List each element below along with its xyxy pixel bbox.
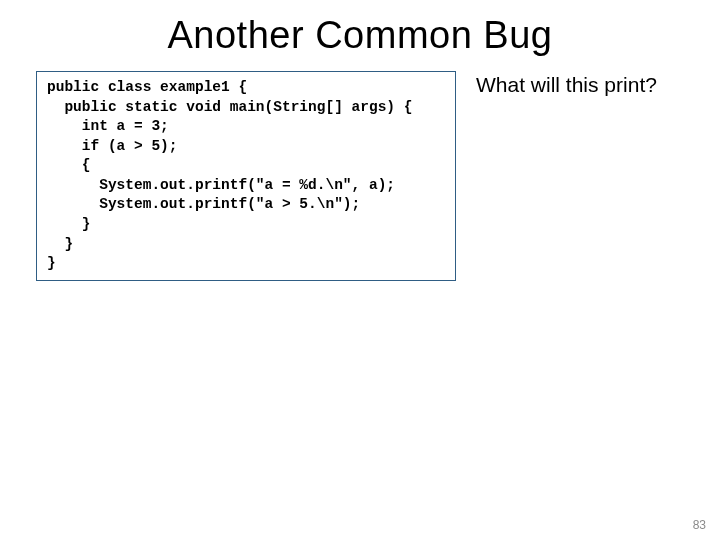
code-line: } [47, 255, 56, 271]
code-line: if (a > 5); [47, 138, 178, 154]
code-line: public static void main(String[] args) { [47, 99, 412, 115]
slide-title: Another Common Bug [0, 0, 720, 57]
code-block: public class example1 { public static vo… [36, 71, 456, 281]
code-line: { [47, 157, 91, 173]
page-number: 83 [693, 518, 706, 532]
code-line: } [47, 216, 91, 232]
slide: Another Common Bug public class example1… [0, 0, 720, 540]
code-line: } [47, 236, 73, 252]
code-line: System.out.printf("a > 5.\n"); [47, 196, 360, 212]
question-text: What will this print? [476, 73, 657, 97]
code-line: public class example1 { [47, 79, 247, 95]
content-row: public class example1 { public static vo… [0, 71, 720, 281]
code-line: int a = 3; [47, 118, 169, 134]
code-line: System.out.printf("a = %d.\n", a); [47, 177, 395, 193]
